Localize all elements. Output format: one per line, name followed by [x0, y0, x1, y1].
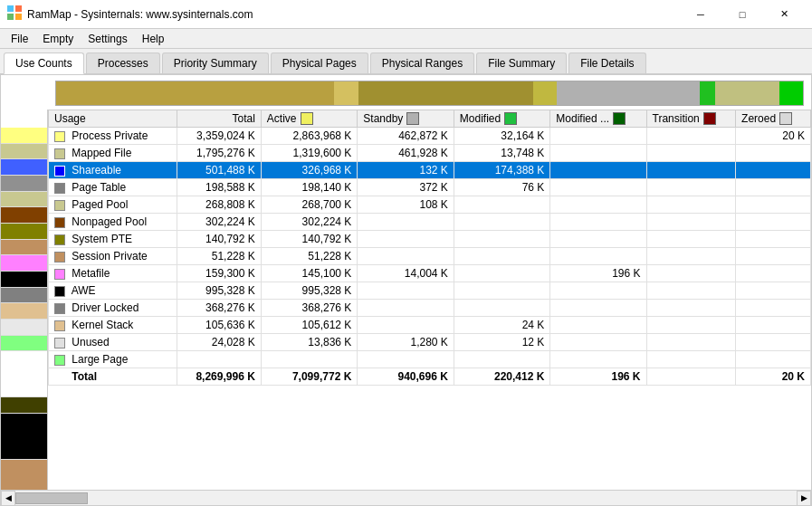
- horizontal-scrollbar[interactable]: ◀ ▶: [1, 490, 811, 505]
- cell-active-6: 140,792 K: [261, 231, 358, 248]
- menu-file[interactable]: File: [4, 31, 35, 47]
- col-header-usage: Usage: [49, 110, 177, 128]
- scroll-left-button[interactable]: ◀: [1, 491, 15, 506]
- col-header-active: Active: [261, 110, 358, 128]
- cell-standby-0: 462,872 K: [358, 128, 454, 145]
- scrollbar-track[interactable]: [15, 491, 797, 506]
- cell-zeroed-13: [736, 351, 811, 368]
- cell-zeroed-14: 20 K: [736, 368, 811, 386]
- tab-physical-ranges[interactable]: Physical Ranges: [370, 53, 474, 73]
- cell-modified-1: 13,748 K: [454, 145, 550, 162]
- col-header-modified-no-write: Modified ...: [550, 110, 646, 128]
- cell-modified-8: [454, 265, 550, 282]
- minimize-button[interactable]: ─: [680, 0, 721, 29]
- tab-use-counts[interactable]: Use Counts: [4, 53, 84, 74]
- cell-zeroed-4: [736, 196, 811, 214]
- tab-bar: Use Counts Processes Priority Summary Ph…: [0, 49, 812, 74]
- cell-modified-4: [454, 196, 550, 214]
- cell-active-14: 7,099,772 K: [261, 368, 358, 386]
- cell-standby-2: 132 K: [358, 162, 454, 179]
- menu-empty[interactable]: Empty: [35, 31, 81, 47]
- cell-standby-10: [358, 300, 454, 317]
- menu-help[interactable]: Help: [135, 31, 172, 47]
- maximize-button[interactable]: □: [721, 0, 763, 29]
- cell-transition-8: [646, 265, 736, 282]
- cell-transition-10: [646, 300, 736, 317]
- cell-active-10: 368,276 K: [261, 300, 358, 317]
- cell-transition-0: [646, 128, 736, 145]
- cell-modified-nowrite-5: [550, 214, 646, 231]
- cell-usage-5: Nonpaged Pool: [49, 214, 177, 231]
- cell-modified-nowrite-6: [550, 231, 646, 248]
- cell-total-14: 8,269,996 K: [177, 368, 262, 386]
- cell-active-12: 13,836 K: [261, 334, 358, 351]
- close-button[interactable]: ✕: [763, 0, 805, 29]
- cell-zeroed-10: [736, 300, 811, 317]
- cell-standby-7: [358, 248, 454, 265]
- scroll-right-button[interactable]: ▶: [797, 491, 811, 506]
- svg-rect-2: [7, 14, 14, 20]
- left-color-sidebar: [1, 110, 48, 490]
- cell-usage-10: Driver Locked: [49, 300, 177, 317]
- cell-total-10: 368,276 K: [177, 300, 262, 317]
- cell-modified-nowrite-14: 196 K: [550, 368, 646, 386]
- cell-active-4: 268,700 K: [261, 196, 358, 214]
- col-header-total: Total: [177, 110, 262, 128]
- cell-transition-6: [646, 231, 736, 248]
- cell-zeroed-11: [736, 317, 811, 334]
- cell-total-12: 24,028 K: [177, 334, 262, 351]
- cell-modified-nowrite-1: [550, 145, 646, 162]
- cell-active-0: 2,863,968 K: [261, 128, 358, 145]
- cell-modified-14: 220,412 K: [454, 368, 550, 386]
- col-header-transition: Transition: [646, 110, 736, 128]
- cell-active-2: 326,968 K: [261, 162, 358, 179]
- cell-modified-nowrite-12: [550, 334, 646, 351]
- cell-standby-8: 14,004 K: [358, 265, 454, 282]
- cell-usage-7: Session Private: [49, 248, 177, 265]
- cell-transition-4: [646, 196, 736, 214]
- cell-active-3: 198,140 K: [261, 179, 358, 196]
- svg-rect-0: [7, 5, 14, 12]
- cell-zeroed-9: [736, 282, 811, 300]
- window-title: RamMap - Sysinternals: www.sysinternals.…: [27, 8, 253, 21]
- cell-transition-14: [646, 368, 736, 386]
- cell-zeroed-7: [736, 248, 811, 265]
- cell-usage-8: Metafile: [49, 265, 177, 282]
- cell-total-2: 501,488 K: [177, 162, 262, 179]
- tab-file-summary[interactable]: File Summary: [476, 53, 567, 73]
- menu-bar: File Empty Settings Help: [0, 29, 812, 49]
- tab-file-details[interactable]: File Details: [568, 53, 645, 73]
- cell-usage-13: Large Page: [49, 351, 177, 368]
- menu-settings[interactable]: Settings: [81, 31, 134, 47]
- cell-zeroed-0: 20 K: [736, 128, 811, 145]
- cell-standby-12: 1,280 K: [358, 334, 454, 351]
- cell-active-7: 51,228 K: [261, 248, 358, 265]
- cell-total-9: 995,328 K: [177, 282, 262, 300]
- cell-modified-nowrite-9: [550, 282, 646, 300]
- cell-total-1: 1,795,276 K: [177, 145, 262, 162]
- col-header-standby: Standby: [358, 110, 454, 128]
- cell-modified-7: [454, 248, 550, 265]
- cell-modified-nowrite-13: [550, 351, 646, 368]
- zeroed-color-swatch: [779, 112, 792, 125]
- cell-usage-9: AWE: [49, 282, 177, 300]
- cell-zeroed-8: [736, 265, 811, 282]
- cell-modified-nowrite-0: [550, 128, 646, 145]
- tab-priority-summary[interactable]: Priority Summary: [162, 53, 269, 73]
- tab-physical-pages[interactable]: Physical Pages: [271, 53, 368, 73]
- cell-usage-3: Page Table: [49, 179, 177, 196]
- cell-total-4: 268,808 K: [177, 196, 262, 214]
- tab-processes[interactable]: Processes: [86, 53, 160, 73]
- cell-modified-nowrite-11: [550, 317, 646, 334]
- cell-zeroed-6: [736, 231, 811, 248]
- cell-total-8: 159,300 K: [177, 265, 262, 282]
- cell-standby-6: [358, 231, 454, 248]
- cell-total-7: 51,228 K: [177, 248, 262, 265]
- cell-total-5: 302,224 K: [177, 214, 262, 231]
- cell-total-3: 198,588 K: [177, 179, 262, 196]
- cell-modified-nowrite-2: [550, 162, 646, 179]
- cell-transition-7: [646, 248, 736, 265]
- cell-usage-6: System PTE: [49, 231, 177, 248]
- cell-transition-12: [646, 334, 736, 351]
- cell-usage-4: Paged Pool: [49, 196, 177, 214]
